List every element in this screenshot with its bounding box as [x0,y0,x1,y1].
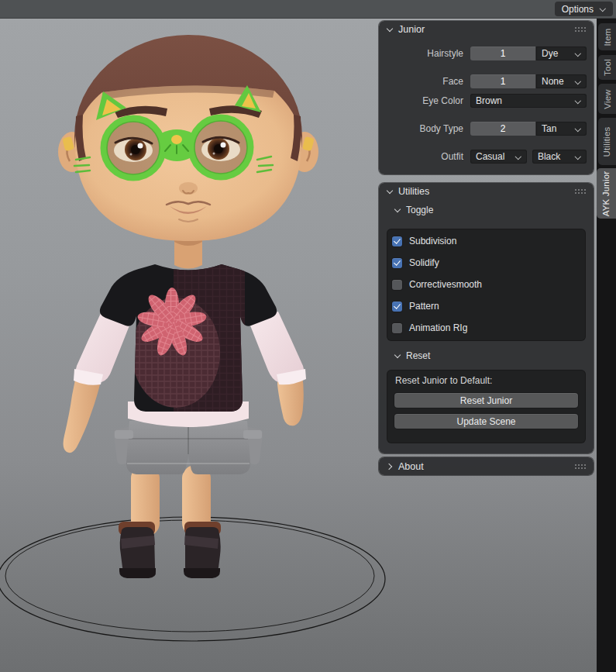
reset-junior-button[interactable]: Reset Junior [394,393,578,408]
drag-grip-icon[interactable] [574,464,587,470]
chevron-down-icon [599,5,606,12]
junior-panel-header[interactable]: Junior [379,21,594,38]
chevron-down-icon [386,26,393,33]
correctivesmooth-checkbox[interactable] [392,280,402,290]
chevron-down-icon [394,207,401,214]
tab-view[interactable]: View [598,84,616,114]
face-row: Face 1 None [379,74,594,88]
chevron-down-icon [574,153,581,160]
tab-ayk-junior[interactable]: AYK Junior [597,168,616,219]
utilities-panel-header[interactable]: Utilities [379,183,594,200]
animation-rig-checkbox[interactable] [392,323,402,333]
solidify-checkbox[interactable] [392,258,402,268]
tab-tool[interactable]: Tool [598,55,616,80]
shorts [114,421,263,474]
chevron-down-icon [394,353,401,360]
toggle-row-solidify: Solidify [387,257,586,269]
chevron-right-icon [386,463,393,470]
junior-panel: Junior Hairstyle 1 Dye Face 1 None Eye C… [379,21,594,174]
character-model[interactable] [58,35,318,578]
toggle-row-animation-rig: Animation RIg [387,322,586,334]
chevron-down-icon [386,188,393,195]
toggle-row-correctivesmooth: Correctivesmooth [387,278,586,291]
outfit-style-dropdown[interactable]: Casual [470,150,527,164]
chevron-down-icon [514,153,521,160]
reset-description: Reset Junior to Default: [387,370,586,386]
about-panel-header[interactable]: About [379,457,594,475]
chevron-down-icon [574,98,581,105]
outfit-color-dropdown[interactable]: Black [532,150,587,164]
tab-utilities[interactable]: Utilities [598,118,616,165]
chevron-down-icon [574,50,581,57]
subdivision-checkbox[interactable] [392,236,402,246]
tab-item[interactable]: Item [598,23,616,50]
toggle-subpanel-header[interactable]: Toggle [379,203,594,217]
eye-color-row: Eye Color Brown [379,94,594,108]
tshirt [100,259,277,414]
boot-left [119,522,156,578]
hairstyle-dropdown[interactable]: Dye [536,47,587,60]
pattern-checkbox[interactable] [392,302,402,312]
utilities-panel: Utilities Toggle Subdivision Solidify Co… [379,183,594,453]
toggle-box: Subdivision Solidify Correctivesmooth Pa… [387,229,586,341]
reset-subpanel-header[interactable]: Reset [379,349,594,363]
body-type-dropdown[interactable]: Tan [536,122,587,136]
face-number-field[interactable]: 1 [470,74,535,88]
body-type-row: Body Type 2 Tan [379,122,594,136]
panel-title: Utilities [398,186,429,197]
update-scene-button[interactable]: Update Scene [394,414,578,429]
options-button[interactable]: Options [555,2,613,16]
outfit-row: Outfit Casual Black [379,150,594,164]
chevron-down-icon [574,78,581,85]
drag-grip-icon[interactable] [574,188,587,195]
face-dropdown[interactable]: None [536,74,587,88]
chevron-down-icon [574,126,581,133]
drag-grip-icon[interactable] [574,26,587,33]
panel-title: About [398,461,424,472]
boot-right [184,522,221,578]
sidebar-tab-strip: Item Tool View Utilities AYK Junior [597,19,616,672]
panel-title: Junior [398,24,425,35]
toggle-row-pattern: Pattern [387,300,586,312]
about-panel: About [379,457,594,475]
hairstyle-number-field[interactable]: 1 [470,47,535,60]
hairstyle-row: Hairstyle 1 Dye [379,47,594,60]
toggle-row-subdivision: Subdivision [387,235,586,247]
body-type-number-field[interactable]: 2 [470,122,535,136]
viewport-header-bar: Options [0,0,616,19]
eye-color-dropdown[interactable]: Brown [470,94,587,108]
reset-box: Reset Junior to Default: Reset Junior Up… [387,370,586,443]
